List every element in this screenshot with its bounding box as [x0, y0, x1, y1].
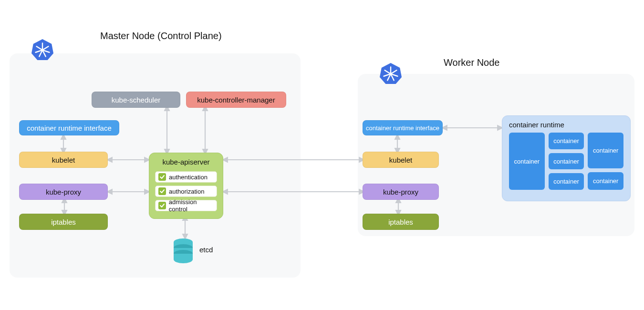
worker-kubelet-box: kubelet — [363, 152, 439, 168]
container-tile: container — [549, 153, 584, 170]
kube-apiserver-label: kube-apiserver — [162, 158, 209, 166]
container-tile: container — [549, 133, 584, 149]
master-iptables-box: iptables — [19, 214, 108, 230]
apiserver-authz-label: authorization — [169, 188, 204, 195]
etcd-icon — [173, 238, 194, 264]
worker-iptables-box: iptables — [363, 214, 439, 230]
master-kubeproxy-box: kube-proxy — [19, 184, 108, 200]
apiserver-authn-label: authentication — [169, 174, 208, 181]
kubernetes-icon — [379, 62, 402, 85]
apiserver-authn-pill: authentication — [155, 171, 217, 183]
worker-kubeproxy-box: kube-proxy — [363, 184, 439, 200]
container-tile: container — [588, 172, 623, 190]
master-title: Master Node (Control Plane) — [100, 31, 222, 41]
check-icon — [158, 202, 166, 209]
check-icon — [158, 173, 166, 181]
apiserver-admission-pill: admission control — [155, 200, 217, 211]
container-tile: container — [509, 133, 545, 190]
master-kubelet-box: kubelet — [19, 152, 108, 168]
kubernetes-icon — [31, 38, 54, 61]
worker-title: Worker Node — [444, 57, 499, 68]
kube-scheduler-box: kube-scheduler — [92, 92, 180, 108]
kube-apiserver-box: kube-apiserver authentication authorizat… — [149, 153, 223, 219]
apiserver-authz-pill: authorization — [155, 186, 217, 197]
check-icon — [158, 187, 166, 195]
worker-cri-box: container runtime interface — [363, 120, 443, 135]
container-tile: container — [549, 173, 584, 190]
master-cri-box: container runtime interface — [19, 120, 119, 135]
container-runtime-label: container runtime — [509, 121, 623, 129]
etcd-label: etcd — [199, 246, 213, 254]
container-tile: container — [588, 133, 623, 168]
container-runtime-box: container runtime container container co… — [502, 115, 631, 201]
apiserver-admission-label: admission control — [169, 198, 217, 213]
kube-controller-manager-box: kube-controller-manager — [186, 92, 286, 108]
svg-point-36 — [174, 256, 193, 263]
